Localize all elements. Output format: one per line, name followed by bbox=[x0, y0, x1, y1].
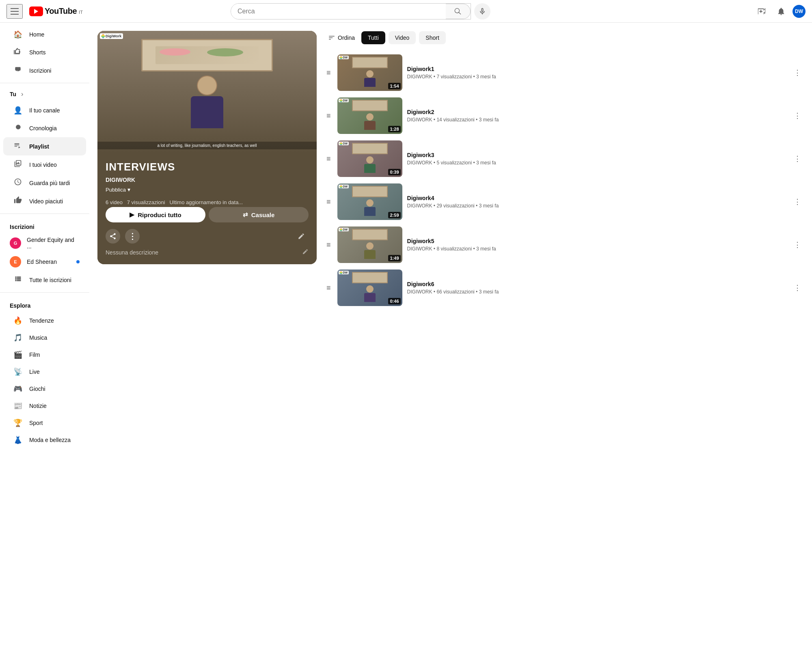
video-more-6[interactable]: ⋮ bbox=[791, 281, 804, 294]
logo[interactable]: YouTube IT bbox=[29, 6, 83, 16]
sort-icon bbox=[328, 34, 335, 41]
visibility-label: Pubblica bbox=[106, 187, 126, 193]
sidebar-item-playlists[interactable]: Playlist bbox=[3, 137, 86, 155]
filter-short[interactable]: Short bbox=[419, 31, 445, 44]
video-item-1[interactable]: ≡ DW 1:54 Digiwork1 DIGIWORK • 7 visuali… bbox=[325, 51, 804, 94]
playlist-visibility[interactable]: Pubblica ▾ bbox=[106, 186, 309, 193]
sidebar-item-live[interactable]: 📡 Live bbox=[3, 363, 86, 380]
edit-playlist-button[interactable] bbox=[294, 229, 309, 244]
video-item-5[interactable]: ≡ DW 1:49 Digiwork5 DIGIWORK • 8 visuali… bbox=[325, 223, 804, 266]
drag-handle-5[interactable]: ≡ bbox=[325, 241, 333, 249]
shuffle-button[interactable]: ⇄ Casuale bbox=[209, 207, 309, 222]
filter-video[interactable]: Video bbox=[389, 31, 416, 44]
create-button[interactable] bbox=[754, 3, 770, 19]
sidebar-item-subscriptions[interactable]: Iscrizioni bbox=[3, 61, 86, 80]
playlist-channel: DIGIWORK bbox=[106, 177, 309, 183]
news-icon: 📰 bbox=[13, 401, 23, 410]
drag-handle-3[interactable]: ≡ bbox=[325, 155, 333, 163]
video-more-5[interactable]: ⋮ bbox=[791, 238, 804, 251]
playlist-meta: 6 video 7 visualizzazioni Ultimo aggiorn… bbox=[106, 199, 309, 205]
liked-icon bbox=[13, 196, 23, 206]
sidebar-item-music[interactable]: 🎵 Musica bbox=[3, 329, 86, 346]
sport-icon: 🏆 bbox=[13, 418, 23, 427]
search-box bbox=[231, 3, 471, 19]
video-thumbnail-2: DW 1:28 bbox=[337, 97, 402, 134]
drag-handle-4[interactable]: ≡ bbox=[325, 198, 333, 206]
video-more-2[interactable]: ⋮ bbox=[791, 109, 804, 122]
video-meta-6: DIGIWORK • 66 visualizzazioni • 3 mesi f… bbox=[407, 289, 786, 295]
video-duration-4: 2:59 bbox=[388, 212, 400, 218]
sub-avatar-gender: G bbox=[10, 237, 21, 249]
drag-handle-6[interactable]: ≡ bbox=[325, 284, 333, 292]
video-item-2[interactable]: ≡ DW 1:28 Digiwork2 DIGIWORK • 14 visual… bbox=[325, 94, 804, 137]
sidebar-item-shorts[interactable]: Shorts bbox=[3, 43, 86, 61]
video-meta-3: DIGIWORK • 5 visualizzazioni • 3 mesi fa bbox=[407, 160, 786, 166]
subscription-gender-equity[interactable]: G Gender Equity and ... bbox=[0, 233, 89, 253]
divider-1 bbox=[0, 83, 89, 83]
iscrizioni-section: Iscrizioni bbox=[0, 217, 89, 233]
playlist-actions: ▶ Riproduci tutto ⇄ Casuale bbox=[106, 207, 309, 222]
you-label: Tu bbox=[10, 91, 16, 97]
video-more-1[interactable]: ⋮ bbox=[791, 66, 804, 79]
sort-button[interactable]: Ordina bbox=[325, 31, 358, 45]
sidebar-item-liked[interactable]: Video piaciuti bbox=[3, 192, 86, 210]
edit-desc-icon[interactable] bbox=[302, 248, 309, 256]
sidebar-item-news[interactable]: 📰 Notizie bbox=[3, 397, 86, 414]
logo-text: YouTube bbox=[45, 6, 77, 16]
filter-tutti[interactable]: Tutti bbox=[361, 31, 385, 44]
search-area bbox=[231, 3, 490, 19]
video-info-6: Digiwork6 DIGIWORK • 66 visualizzazioni … bbox=[407, 281, 786, 295]
sub-avatar-ed: E bbox=[10, 256, 21, 267]
sidebar-item-sport[interactable]: 🏆 Sport bbox=[3, 414, 86, 431]
drag-handle-2[interactable]: ≡ bbox=[325, 112, 333, 120]
watch-later-icon bbox=[13, 178, 23, 188]
sidebar-item-all-subscriptions[interactable]: Tutte le iscrizioni bbox=[3, 271, 86, 289]
cover-text-overlay: a lot of writing, like journalism, engli… bbox=[97, 142, 317, 149]
video-list-panel: Ordina Tutti Video Short ≡ DW bbox=[325, 23, 812, 649]
video-title-3: Digiwork3 bbox=[407, 152, 786, 158]
subscription-ed-sheeran[interactable]: E Ed Sheeran bbox=[0, 253, 89, 271]
video-item-4[interactable]: ≡ DW 2:59 Digiwork4 DIGIWORK • 29 visual… bbox=[325, 180, 804, 223]
video-more-3[interactable]: ⋮ bbox=[791, 152, 804, 165]
sidebar-item-movies[interactable]: 🎬 Film bbox=[3, 346, 86, 363]
playlist-info: INTERVIEWS DIGIWORK Pubblica ▾ 6 video 7… bbox=[97, 153, 317, 264]
create-icon bbox=[757, 7, 766, 16]
youtube-logo-icon bbox=[29, 6, 43, 16]
search-button[interactable] bbox=[446, 4, 471, 19]
play-all-button[interactable]: ▶ Riproduci tutto bbox=[106, 207, 205, 222]
play-all-label: Riproduci tutto bbox=[138, 211, 181, 218]
sidebar-item-channel[interactable]: 👤 Il tuo canale bbox=[3, 102, 86, 119]
you-section-header[interactable]: Tu › bbox=[0, 86, 89, 102]
drag-handle-1[interactable]: ≡ bbox=[325, 69, 333, 77]
channel-icon: 👤 bbox=[13, 106, 23, 115]
search-icon bbox=[454, 7, 462, 15]
sidebar-item-my-videos[interactable]: I tuoi video bbox=[3, 155, 86, 174]
divider-3 bbox=[0, 292, 89, 293]
avatar[interactable]: DW bbox=[793, 5, 806, 18]
sub-name-gender: Gender Equity and ... bbox=[27, 237, 80, 250]
sub-name-ed: Ed Sheeran bbox=[27, 259, 57, 265]
sidebar-item-trending[interactable]: 🔥 Tendenze bbox=[3, 312, 86, 329]
video-meta-5: DIGIWORK • 8 visualizzazioni • 3 mesi fa bbox=[407, 246, 786, 252]
music-icon: 🎵 bbox=[13, 333, 23, 342]
video-item-3[interactable]: ≡ DW 0:39 Digiwork3 DIGIWORK • 5 visuali… bbox=[325, 137, 804, 180]
sidebar-item-watch-later[interactable]: Guarda più tardi bbox=[3, 174, 86, 192]
sidebar-item-gaming[interactable]: 🎮 Giochi bbox=[3, 380, 86, 397]
video-more-4[interactable]: ⋮ bbox=[791, 195, 804, 208]
notifications-button[interactable] bbox=[773, 3, 789, 19]
search-input[interactable] bbox=[231, 4, 446, 19]
sidebar-item-fashion[interactable]: 👗 Moda e bellezza bbox=[3, 431, 86, 448]
topbar-left: YouTube IT bbox=[6, 4, 96, 19]
sidebar-item-history[interactable]: Cronologia bbox=[3, 119, 86, 137]
esplora-section: Esplora bbox=[0, 296, 89, 312]
live-icon: 📡 bbox=[13, 367, 23, 376]
share-button[interactable] bbox=[106, 229, 120, 244]
content-area: 🏠 Home Shorts Iscrizioni Tu › 👤 Il tuo c… bbox=[0, 23, 812, 649]
menu-button[interactable] bbox=[6, 4, 23, 19]
all-subs-icon bbox=[13, 275, 23, 285]
more-options-button[interactable]: ⋮ bbox=[125, 229, 140, 244]
video-count: 6 video bbox=[106, 199, 123, 205]
mic-button[interactable] bbox=[474, 3, 490, 19]
sidebar-item-home[interactable]: 🏠 Home bbox=[3, 26, 86, 43]
video-item-6[interactable]: ≡ DW 0:46 Digiwork6 DIGIWORK • 66 visual… bbox=[325, 266, 804, 309]
